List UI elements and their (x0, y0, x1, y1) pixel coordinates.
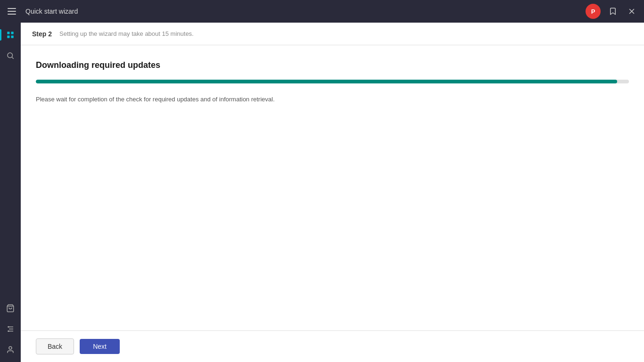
svg-line-7 (12, 57, 13, 58)
section-title: Downloading required updates (36, 60, 629, 70)
step-header: Step 2 Setting up the wizard may take ab… (21, 23, 644, 45)
step-label: Step 2 (32, 30, 52, 38)
content-area: Step 2 Setting up the wizard may take ab… (21, 23, 644, 362)
svg-point-6 (8, 53, 13, 58)
top-bar-actions: P (586, 4, 638, 19)
back-button[interactable]: Back (36, 338, 74, 354)
progress-bar-track (36, 80, 629, 83)
sidebar-item-home[interactable] (2, 26, 19, 43)
progress-bar-fill (36, 80, 617, 83)
top-bar: Quick start wizard P (0, 0, 644, 23)
sidebar (0, 23, 21, 362)
avatar-button[interactable]: P (586, 4, 601, 19)
sidebar-item-settings[interactable] (2, 321, 19, 337)
svg-point-13 (8, 330, 9, 332)
main-layout: Step 2 Setting up the wizard may take ab… (0, 23, 644, 362)
svg-rect-5 (11, 36, 14, 38)
info-text: Please wait for completion of the check … (36, 95, 629, 104)
wizard-content: Downloading required updates Please wait… (21, 45, 644, 330)
sidebar-item-search[interactable] (2, 47, 19, 64)
svg-point-12 (8, 326, 9, 328)
svg-rect-3 (11, 32, 14, 34)
svg-rect-2 (7, 32, 9, 34)
wizard-footer: Back Next (21, 330, 644, 362)
app-title: Quick start wizard (25, 8, 78, 15)
step-description: Setting up the wizard may take about 15 … (59, 30, 194, 37)
sidebar-item-shopping[interactable] (2, 300, 19, 317)
menu-icon[interactable] (6, 4, 21, 19)
svg-point-14 (9, 346, 12, 349)
bookmark-icon[interactable] (606, 5, 619, 18)
sidebar-item-account[interactable] (2, 341, 19, 358)
svg-rect-4 (7, 36, 9, 38)
next-button[interactable]: Next (80, 339, 120, 354)
close-icon[interactable] (625, 5, 638, 18)
